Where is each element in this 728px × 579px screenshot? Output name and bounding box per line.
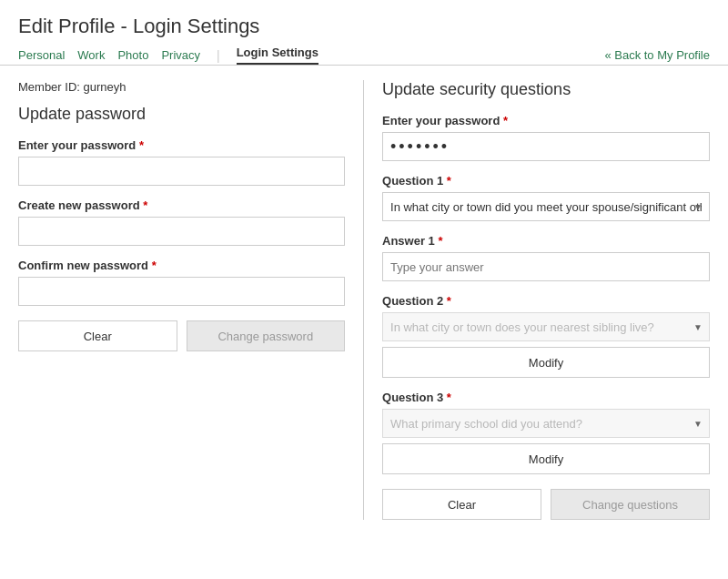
question2-select-wrapper: In what city or town does your nearest s… (382, 312, 710, 341)
question2-group: Question 2 * In what city or town does y… (382, 294, 710, 378)
required-star-1: * (139, 138, 144, 152)
change-questions-button: Change questions (551, 489, 710, 520)
password-button-row: Clear Change password (18, 320, 345, 351)
create-password-label: Create new password * (18, 198, 345, 212)
question2-label: Question 2 * (382, 294, 710, 308)
question3-select[interactable]: What primary school did you attend? (382, 409, 710, 438)
security-password-input[interactable] (382, 132, 710, 161)
answer1-label: Answer 1 * (382, 234, 710, 248)
question1-group: Question 1 * In what city or town did yo… (382, 174, 710, 221)
modify-question3-button[interactable]: Modify (382, 443, 710, 474)
left-panel: Member ID: gurneyh Update password Enter… (18, 80, 364, 520)
required-star-7: * (447, 294, 451, 308)
required-star-3: * (152, 259, 157, 272)
question2-select[interactable]: In what city or town does your nearest s… (382, 312, 710, 341)
clear-questions-button[interactable]: Clear (382, 489, 541, 520)
question1-select-wrapper: In what city or town did you meet your s… (382, 192, 710, 221)
question3-select-wrapper: What primary school did you attend? (382, 409, 710, 438)
question3-group: Question 3 * What primary school did you… (382, 391, 710, 474)
enter-password-input[interactable] (18, 157, 345, 186)
required-star-2: * (143, 198, 147, 212)
nav-privacy[interactable]: Privacy (161, 48, 200, 62)
enter-password-group: Enter your password * (18, 138, 345, 186)
right-panel: Update security questions Enter your pas… (364, 80, 710, 520)
member-id: Member ID: gurneyh (18, 80, 345, 94)
back-to-profile-link[interactable]: « Back to My Profile (604, 48, 710, 62)
security-password-label: Enter your password * (382, 114, 710, 127)
question3-label: Question 3 * (382, 391, 710, 404)
nav-links: Personal Work Photo Privacy | Login Sett… (18, 46, 318, 65)
answer1-input[interactable] (382, 252, 710, 281)
confirm-password-input[interactable] (18, 277, 345, 306)
member-id-label: Member ID: (18, 80, 80, 94)
required-star-8: * (447, 391, 451, 404)
modify-question2-button[interactable]: Modify (382, 347, 710, 378)
nav-photo[interactable]: Photo (117, 48, 148, 62)
page-title: Edit Profile - Login Settings (18, 15, 710, 38)
nav-separator: | (217, 48, 220, 63)
create-password-group: Create new password * (18, 198, 345, 246)
create-password-input[interactable] (18, 217, 345, 246)
required-star-5: * (447, 174, 451, 188)
nav-personal[interactable]: Personal (18, 48, 65, 62)
nav-work[interactable]: Work (77, 48, 105, 62)
answer1-group: Answer 1 * (382, 234, 710, 281)
question1-select[interactable]: In what city or town did you meet your s… (382, 192, 710, 221)
member-id-value: gurneyh (84, 80, 126, 94)
security-button-row: Clear Change questions (382, 489, 710, 520)
confirm-password-group: Confirm new password * (18, 259, 345, 306)
question1-label: Question 1 * (382, 174, 710, 188)
enter-password-label: Enter your password * (18, 138, 345, 152)
clear-password-button[interactable]: Clear (18, 320, 177, 351)
update-password-title: Update password (18, 105, 345, 124)
nav-login-settings[interactable]: Login Settings (237, 46, 318, 65)
confirm-password-label: Confirm new password * (18, 259, 345, 272)
security-password-group: Enter your password * (382, 114, 710, 161)
required-star-4: * (503, 114, 508, 127)
update-security-title: Update security questions (382, 80, 710, 99)
change-password-button: Change password (187, 320, 346, 351)
required-star-6: * (438, 234, 442, 248)
